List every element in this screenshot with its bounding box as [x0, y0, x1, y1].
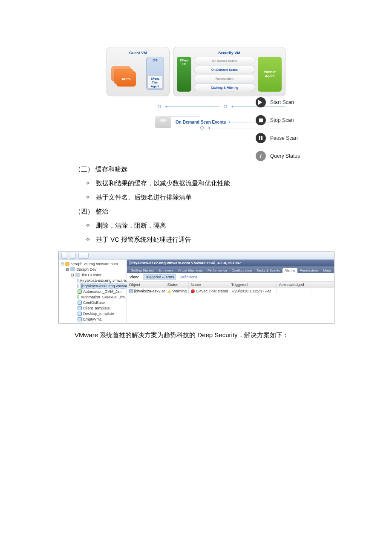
tree-datacenter[interactable]: Seraph Dev	[76, 267, 97, 272]
tree-vm[interactable]: Automation_SVMx64_Jim	[81, 295, 125, 299]
tree-host[interactable]: jkiryakoza-esx.eng.vmware.com	[80, 278, 127, 283]
tree-host-selected[interactable]: jkiryakoza-esx2.eng.vmware.com	[80, 283, 127, 289]
tab-virtual-machines[interactable]: Virtual Machines	[176, 268, 205, 273]
col-name[interactable]: Name	[189, 282, 229, 288]
tree-vm[interactable]: Automation_GVM_Jim	[83, 289, 121, 294]
tree-vm[interactable]: Client_template	[83, 306, 110, 310]
on-demand-scans-pill: On Demand Scans	[194, 66, 255, 73]
vsphere-screenshot: ⊟seraph-vc.eng.vmware.com ⊟Seraph Dev ⊟J…	[58, 251, 334, 324]
section-3-bullet-1: 数据和结果的缓存，以减少数据流量和优化性能	[75, 176, 371, 190]
vm-icon	[78, 289, 82, 294]
document-body: （三） 缓存和筛选 数据和结果的缓存，以减少数据流量和优化性能 基于文件名、后缀…	[75, 162, 371, 246]
definitions-link[interactable]: Definitions	[179, 275, 197, 279]
stop-icon	[256, 115, 266, 125]
start-scan-action: Start Scan	[256, 97, 320, 107]
toolbar-button[interactable]	[61, 253, 67, 259]
cell-name: EPSec Host status	[196, 289, 228, 293]
security-vm-title: Security VM	[177, 51, 282, 55]
view-label: View:	[130, 275, 139, 279]
guest-vm-title: Guest VM	[110, 51, 166, 55]
tree-root[interactable]: seraph-vc.eng.vmware.com	[71, 262, 118, 266]
tab-configuration[interactable]: Configuration	[230, 268, 255, 273]
section-4-bullet-1: 删除，清除，阻断，隔离	[75, 218, 371, 232]
host-icon	[78, 278, 78, 283]
start-scan-label: Start Scan	[270, 99, 294, 105]
vm-icon	[78, 317, 82, 321]
col-status[interactable]: Status	[165, 282, 189, 288]
guest-vm-panel: Guest VM OS EPsec Thin Agent APPs	[107, 47, 170, 96]
tab-alarms[interactable]: Alarms	[282, 268, 298, 273]
thin-agent-box: EPsec Thin Agent	[147, 75, 163, 88]
table-row[interactable]: jkiryakoza-esx2.eng... Warning EPSec Hos…	[127, 288, 334, 294]
apps-stack: APPs	[111, 66, 138, 87]
pause-icon	[256, 133, 266, 143]
tree-vm[interactable]: CentOsBase	[83, 301, 105, 305]
disk-icon	[155, 116, 171, 128]
epsec-lib-box: EPsec Lib	[177, 57, 191, 92]
toolbar-button[interactable]	[70, 253, 76, 259]
cluster-icon	[75, 273, 80, 277]
host-icon	[129, 289, 133, 293]
info-icon: i	[256, 151, 266, 161]
inventory-tree[interactable]: ⊟seraph-vc.eng.vmware.com ⊟Seraph Dev ⊟J…	[59, 260, 127, 323]
col-acknowledged[interactable]: Acknowledged	[277, 282, 311, 288]
remediation-pill: Remediation	[194, 75, 255, 82]
datacenter-icon	[70, 267, 75, 271]
tab-maps[interactable]: Maps	[321, 268, 334, 273]
table-header: Object Status Name Triggered Acknowledge…	[127, 282, 334, 288]
final-paragraph: VMware 系统首推的解决方案为趋势科技的 Deep Security，解决方…	[75, 328, 371, 342]
tab-performance[interactable]: Performance	[205, 268, 230, 273]
vm-icon	[78, 301, 82, 305]
col-triggered[interactable]: Triggered	[229, 282, 277, 288]
cell-object: jkiryakoza-esx2.eng...	[134, 289, 165, 293]
query-status-action: i Query Status	[256, 151, 320, 161]
tab-tasks-events[interactable]: Tasks & Events	[254, 268, 282, 273]
os-label: OS	[153, 58, 158, 62]
os-box: OS EPsec Thin Agent	[146, 57, 164, 90]
alarms-table: Object Status Name Triggered Acknowledge…	[127, 282, 334, 323]
vm-icon	[78, 312, 82, 316]
scan-actions-list: Start Scan Stop Scan Pause Scan i Query …	[256, 97, 320, 161]
alarms-view-bar: View: Triggered Alarms Definitions	[127, 273, 334, 282]
folder-icon	[65, 262, 69, 266]
cell-status: Warning	[173, 289, 187, 293]
section-3-bullet-2: 基于文件名、后缀名进行排除清单	[75, 190, 371, 204]
partner-agent-box: Partner Agent	[258, 57, 282, 92]
section-4-heading: （四） 整治	[75, 204, 371, 218]
section-4-bullet-2: 基于 VC 报警系统对处理进行通告	[75, 232, 371, 246]
warning-icon	[167, 290, 171, 293]
triggered-alarms-link[interactable]: Triggered Alarms	[143, 274, 176, 280]
host-title-bar: jkiryakoza-esx2.eng.vmware.com VMware ES…	[127, 260, 334, 266]
caching-filtering-pill: Caching & Filtering	[194, 84, 255, 91]
pause-scan-label: Pause Scan	[270, 135, 298, 141]
vm-icon	[78, 306, 82, 310]
query-status-label: Query Status	[270, 153, 300, 159]
security-vm-panel: Security VM EPsec Lib On Access Scans On…	[173, 47, 285, 96]
stop-scan-action: Stop Scan	[256, 115, 320, 125]
vm-icon	[78, 295, 79, 299]
architecture-diagram: Guest VM OS EPsec Thin Agent APPs Securi…	[75, 47, 371, 162]
tab-getting-started[interactable]: Getting Started	[129, 268, 156, 273]
tree-cluster[interactable]: Jim CLuster	[81, 273, 101, 277]
apps-label: APPs	[116, 71, 136, 87]
tab-permissions[interactable]: Permissions	[298, 268, 321, 273]
cell-acknowledged	[277, 288, 311, 294]
play-icon	[256, 97, 266, 107]
cell-triggered: 7/28/2010 10:25:17 AM	[229, 288, 277, 294]
alarm-icon	[191, 289, 195, 293]
tab-summary[interactable]: Summary	[156, 268, 176, 273]
col-object[interactable]: Object	[127, 282, 165, 288]
vsphere-toolbar	[59, 252, 334, 260]
host-icon	[78, 284, 78, 288]
host-tabs: Getting Started Summary Virtual Machines…	[127, 266, 334, 273]
toolbar-button[interactable]	[78, 253, 89, 259]
section-3-heading: （三） 缓存和筛选	[75, 162, 371, 176]
tree-vm[interactable]: EmptyVm1	[83, 317, 102, 321]
vm-icon	[78, 323, 82, 324]
on-access-scans-pill: On Access Scans	[194, 57, 255, 64]
tree-vm[interactable]: Desktop_template	[83, 312, 114, 316]
pause-scan-action: Pause Scan	[256, 133, 320, 143]
tree-vm[interactable]: GiladSVM2	[83, 323, 103, 324]
stop-scan-label: Stop Scan	[270, 117, 294, 123]
